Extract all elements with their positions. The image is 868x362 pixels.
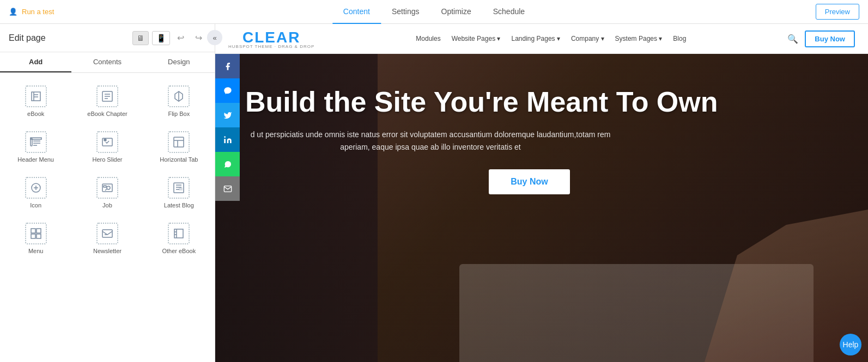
- site-nav-links: Modules Website Pages Landing Pages Comp…: [416, 35, 686, 42]
- job-icon: [96, 177, 118, 199]
- linkedin-button[interactable]: [215, 127, 240, 152]
- module-ebook-chapter[interactable]: eBook Chapter: [71, 77, 143, 123]
- left-panel: Edit page 🖥 📱 ↩ ↪ Add Contents Design: [0, 24, 215, 362]
- hero-description: d ut perspiciatis unde omnis iste natus …: [245, 128, 616, 153]
- collapse-panel-button[interactable]: «: [207, 30, 222, 45]
- tab-schedule[interactable]: Schedule: [482, 0, 536, 24]
- hero-cta-button[interactable]: Buy Now: [489, 169, 569, 194]
- svg-point-16: [107, 186, 110, 189]
- horizontal-tab-icon: [168, 131, 190, 153]
- ebook-label: eBook: [27, 111, 44, 117]
- svg-rect-15: [102, 184, 112, 192]
- svg-rect-25: [102, 230, 112, 237]
- panel-header: Edit page 🖥 📱 ↩ ↪: [0, 24, 215, 52]
- undo-button[interactable]: ↩: [173, 30, 188, 45]
- svg-rect-11: [174, 137, 184, 147]
- nav-system-pages[interactable]: System Pages: [615, 35, 663, 42]
- social-bar: [215, 54, 240, 362]
- module-flip-box[interactable]: Flip Box: [143, 77, 215, 123]
- icon-module-label: Icon: [30, 202, 41, 208]
- svg-line-17: [105, 189, 107, 191]
- svg-rect-20: [179, 188, 182, 190]
- mobile-view-button[interactable]: 📱: [152, 31, 170, 45]
- module-ebook[interactable]: eBook: [0, 77, 71, 123]
- nav-website-pages[interactable]: Website Pages: [452, 35, 501, 42]
- module-latest-blog[interactable]: Latest Blog: [143, 169, 215, 214]
- module-scroll-container: eBook eBook Chapter: [0, 73, 215, 362]
- nav-modules[interactable]: Modules: [416, 35, 440, 42]
- module-row-1: eBook eBook Chapter: [0, 77, 215, 123]
- hero-slider-label: Hero Slider: [92, 156, 122, 163]
- logo-subtitle: HUBSPOT THEME · DRAG & DROP: [228, 44, 314, 49]
- module-row-4: Menu Newsletter: [0, 214, 215, 260]
- site-nav-actions: 🔍 Buy Now: [787, 30, 855, 47]
- module-icon[interactable]: Icon: [0, 169, 71, 214]
- help-button[interactable]: Help: [840, 334, 861, 355]
- flip-box-icon: [168, 85, 190, 107]
- svg-rect-24: [37, 234, 41, 238]
- ebook-icon: [25, 85, 47, 107]
- site-nav: CLEAR HUBSPOT THEME · DRAG & DROP Module…: [215, 24, 868, 54]
- nav-blog[interactable]: Blog: [673, 35, 686, 42]
- newsletter-label: Newsletter: [93, 248, 122, 254]
- email-button[interactable]: [215, 176, 240, 201]
- svg-point-10: [104, 139, 106, 141]
- horizontal-tab-label: Horizontal Tab: [160, 156, 198, 163]
- site-logo: CLEAR HUBSPOT THEME · DRAG & DROP: [228, 29, 314, 49]
- newsletter-icon: [96, 223, 118, 244]
- redo-button[interactable]: ↪: [191, 30, 206, 45]
- twitter-button[interactable]: [215, 103, 240, 127]
- hero-slider-icon: [96, 131, 118, 153]
- tab-contents[interactable]: Contents: [71, 52, 143, 72]
- nav-landing-pages[interactable]: Landing Pages: [511, 35, 560, 42]
- menu-module-label: Menu: [28, 248, 44, 254]
- menu-module-icon: [25, 223, 47, 244]
- hero-content: Build the Site You're Meant To Own d ut …: [245, 87, 814, 194]
- buy-now-nav-button[interactable]: Buy Now: [805, 30, 855, 47]
- run-test-button[interactable]: 👤 Run a test: [9, 8, 54, 16]
- svg-rect-23: [31, 234, 35, 238]
- main-layout: Edit page 🖥 📱 ↩ ↪ Add Contents Design: [0, 24, 868, 362]
- svg-point-27: [224, 136, 226, 138]
- nav-company[interactable]: Company: [571, 35, 604, 42]
- module-horizontal-tab[interactable]: Horizontal Tab: [143, 123, 215, 169]
- other-ebook-label: Other eBook: [162, 248, 196, 254]
- module-menu[interactable]: Menu: [0, 214, 71, 260]
- module-job[interactable]: Job: [71, 169, 143, 214]
- hero-section: Build the Site You're Meant To Own d ut …: [215, 54, 868, 362]
- preview-button[interactable]: Preview: [816, 4, 859, 20]
- tab-settings[interactable]: Settings: [381, 0, 430, 24]
- flip-box-label: Flip Box: [168, 111, 190, 117]
- search-button[interactable]: 🔍: [787, 34, 798, 44]
- hero-title: Build the Site You're Meant To Own: [245, 87, 814, 118]
- module-row-2: Header Menu Hero Slider: [0, 123, 215, 169]
- module-hero-slider[interactable]: Hero Slider: [71, 123, 143, 169]
- ebook-chapter-icon: [96, 85, 118, 107]
- svg-rect-21: [31, 229, 35, 233]
- run-test-label: Run a test: [22, 8, 54, 16]
- person-icon: 👤: [9, 8, 17, 16]
- facebook-button[interactable]: [215, 54, 240, 78]
- svg-rect-18: [104, 186, 106, 187]
- top-tabs: Content Settings Optimize Schedule: [332, 0, 536, 24]
- tab-optimize[interactable]: Optimize: [430, 0, 482, 24]
- module-other-ebook[interactable]: Other eBook: [143, 214, 215, 260]
- tab-design[interactable]: Design: [143, 52, 215, 72]
- header-menu-icon: [25, 131, 47, 153]
- other-ebook-icon: [168, 223, 190, 244]
- whatsapp-button[interactable]: [215, 152, 240, 176]
- svg-rect-22: [37, 229, 41, 233]
- tab-content[interactable]: Content: [332, 0, 381, 24]
- module-header-menu[interactable]: Header Menu: [0, 123, 71, 169]
- preview-area: CLEAR HUBSPOT THEME · DRAG & DROP Module…: [215, 24, 868, 362]
- module-row-3: Icon Job: [0, 169, 215, 214]
- job-label: Job: [102, 202, 112, 208]
- desktop-view-button[interactable]: 🖥: [132, 31, 149, 45]
- module-newsletter[interactable]: Newsletter: [71, 214, 143, 260]
- messenger-button[interactable]: [215, 78, 240, 103]
- panel-title: Edit page: [9, 33, 46, 43]
- tab-add[interactable]: Add: [0, 52, 71, 72]
- latest-blog-icon: [168, 177, 190, 199]
- icon-module-icon: [25, 177, 47, 199]
- ebook-chapter-label: eBook Chapter: [87, 111, 127, 117]
